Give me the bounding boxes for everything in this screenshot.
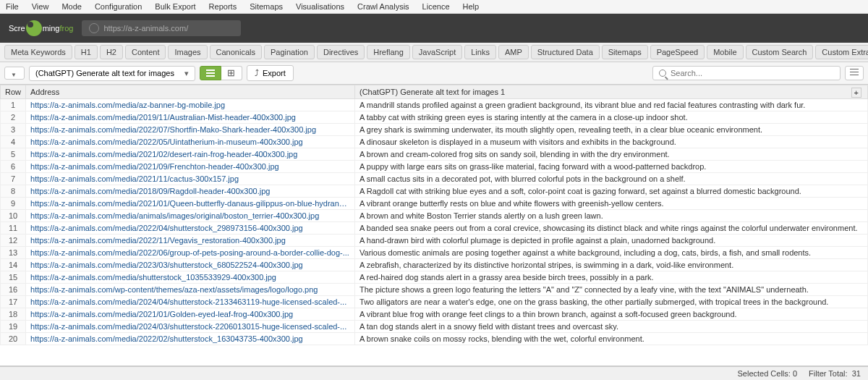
cell-alt[interactable]: A vibrant blue frog with orange feet cli… — [355, 308, 868, 321]
tab-pagespeed[interactable]: PageSpeed — [650, 45, 705, 59]
table-row[interactable]: 1https://a-z-animals.com/media/az-banner… — [1, 99, 868, 111]
menu-bulk-export[interactable]: Bulk Export — [155, 2, 195, 11]
menu-configuration[interactable]: Configuration — [95, 2, 142, 11]
filter-combo[interactable]: (ChatGPT) Generate alt text for images — [29, 66, 195, 81]
cell-alt[interactable]: A tan dog stands alert in a snowy field … — [355, 321, 868, 333]
menu-help[interactable]: Help — [463, 2, 480, 11]
table-row[interactable]: 3https://a-z-animals.com/media/2022/07/S… — [1, 124, 868, 136]
cell-alt[interactable]: A red-haired dog stands alert in a grass… — [355, 271, 868, 284]
menu-sitemaps[interactable]: Sitemaps — [250, 2, 283, 11]
tab-meta-keywords[interactable]: Meta Keywords — [4, 45, 72, 59]
tab-pagination[interactable]: Pagination — [264, 45, 315, 59]
cell-alt[interactable]: A brown and white Boston Terrier stands … — [355, 210, 868, 222]
table-row[interactable]: 20https://a-z-animals.com/media/2022/02/… — [1, 333, 868, 345]
menu-licence[interactable]: Licence — [422, 2, 450, 11]
cell-alt[interactable]: A hand-drawn bird with colorful plumage … — [355, 235, 868, 247]
tab-custom-extraction[interactable]: Custom Extraction — [815, 45, 868, 59]
cell-alt[interactable]: A Ragdoll cat with striking blue eyes an… — [355, 185, 868, 198]
table-row[interactable]: 10https://a-z-animals.com/media/animals/… — [1, 210, 868, 222]
cell-address[interactable]: https://a-z-animals.com/media/2021/01/Go… — [26, 308, 355, 321]
menu-mode[interactable]: Mode — [61, 2, 82, 11]
menu-view[interactable]: View — [32, 2, 49, 11]
table-row[interactable]: 13https://a-z-animals.com/media/2022/06/… — [1, 247, 868, 259]
tab-structured-data[interactable]: Structured Data — [531, 45, 600, 59]
cell-address[interactable]: https://a-z-animals.com/media/2022/05/Ui… — [26, 136, 355, 148]
export-button[interactable]: Export — [247, 65, 294, 81]
table-row[interactable]: 11https://a-z-animals.com/media/2022/04/… — [1, 222, 868, 235]
table-row[interactable]: 15https://a-z-animals.com/media/shutters… — [1, 271, 868, 284]
cell-alt[interactable]: A vibrant orange butterfly rests on blue… — [355, 198, 868, 210]
table-container[interactable]: Row Address (ChatGPT) Generate alt text … — [0, 85, 868, 366]
menu-visualisations[interactable]: Visualisations — [296, 2, 344, 11]
table-row[interactable]: 9https://a-z-animals.com/media/2021/01/Q… — [1, 198, 868, 210]
list-view-button[interactable] — [200, 66, 221, 80]
cell-address[interactable]: https://a-z-animals.com/media/2021/09/Fr… — [26, 161, 355, 173]
tab-custom-search[interactable]: Custom Search — [746, 45, 814, 59]
tab-mobile[interactable]: Mobile — [707, 45, 743, 59]
cell-address[interactable]: https://a-z-animals.com/media/shuttersto… — [26, 271, 355, 284]
col-address[interactable]: Address — [26, 85, 355, 99]
cell-address[interactable]: https://a-z-animals.com/media/2019/11/Au… — [26, 111, 355, 124]
col-row[interactable]: Row — [1, 85, 26, 99]
cell-alt[interactable]: Two alligators are near a water's edge, … — [355, 296, 868, 308]
table-row[interactable]: 16https://a-z-animals.com/wp-content/the… — [1, 284, 868, 296]
cell-alt[interactable]: A tabby cat with striking green eyes is … — [355, 111, 868, 124]
cell-alt[interactable]: A banded sea snake peers out from a cora… — [355, 222, 868, 235]
cell-address[interactable]: https://a-z-animals.com/media/2022/06/gr… — [26, 247, 355, 259]
cell-alt[interactable]: A grey shark is swimming underwater, its… — [355, 124, 868, 136]
table-row[interactable]: 14https://a-z-animals.com/media/2023/03/… — [1, 259, 868, 271]
table-row[interactable]: 6https://a-z-animals.com/media/2021/09/F… — [1, 161, 868, 173]
table-row[interactable]: 17https://a-z-animals.com/media/2024/04/… — [1, 296, 868, 308]
add-column-button[interactable]: + — [851, 88, 861, 98]
tab-javascript[interactable]: JavaScript — [412, 45, 462, 59]
tab-h1[interactable]: H1 — [75, 45, 98, 59]
filter-button[interactable] — [4, 67, 25, 80]
table-row[interactable]: 4https://a-z-animals.com/media/2022/05/U… — [1, 136, 868, 148]
search-box[interactable] — [652, 66, 841, 80]
tab-directives[interactable]: Directives — [317, 45, 365, 59]
cell-address[interactable]: https://a-z-animals.com/media/2021/02/de… — [26, 148, 355, 161]
table-row[interactable]: 19https://a-z-animals.com/media/2024/03/… — [1, 321, 868, 333]
tab-images[interactable]: Images — [168, 45, 207, 59]
cell-alt[interactable]: The picture shows a green logo featuring… — [355, 284, 868, 296]
cell-address[interactable]: https://a-z-animals.com/media/2022/02/sh… — [26, 333, 355, 345]
table-row[interactable]: 5https://a-z-animals.com/media/2021/02/d… — [1, 148, 868, 161]
table-row[interactable]: 12https://a-z-animals.com/media/2022/11/… — [1, 235, 868, 247]
menu-file[interactable]: File — [6, 2, 19, 11]
tab-amp[interactable]: AMP — [498, 45, 529, 59]
cell-alt[interactable]: A brown snake coils on mossy rocks, blen… — [355, 333, 868, 345]
table-row[interactable]: 2https://a-z-animals.com/media/2019/11/A… — [1, 111, 868, 124]
menu-reports[interactable]: Reports — [209, 2, 237, 11]
search-settings-button[interactable] — [845, 66, 864, 80]
cell-address[interactable]: https://a-z-animals.com/wp-content/theme… — [26, 284, 355, 296]
tab-canonicals[interactable]: Canonicals — [210, 45, 262, 59]
tab-links[interactable]: Links — [464, 45, 496, 59]
cell-alt[interactable]: A small cactus sits in a decorated pot, … — [355, 173, 868, 185]
cell-address[interactable]: https://a-z-animals.com/media/2024/03/sh… — [26, 321, 355, 333]
cell-address[interactable]: https://a-z-animals.com/media/2021/11/ca… — [26, 173, 355, 185]
cell-alt[interactable]: A brown and cream-colored frog sits on s… — [355, 148, 868, 161]
url-bar[interactable]: https://a-z-animals.com/ — [82, 20, 241, 36]
search-input[interactable] — [671, 69, 834, 77]
tab-hreflang[interactable]: Hreflang — [367, 45, 410, 59]
cell-alt[interactable]: A puppy with large ears sits on grass-li… — [355, 161, 868, 173]
menu-crawl-analysis[interactable]: Crawl Analysis — [357, 2, 409, 11]
tab-h2[interactable]: H2 — [100, 45, 123, 59]
table-row[interactable]: 7https://a-z-animals.com/media/2021/11/c… — [1, 173, 868, 185]
table-row[interactable]: 8https://a-z-animals.com/media/2018/09/R… — [1, 185, 868, 198]
cell-alt[interactable]: Various domestic animals are posing toge… — [355, 247, 868, 259]
cell-address[interactable]: https://a-z-animals.com/media/2021/01/Qu… — [26, 198, 355, 210]
cell-address[interactable]: https://a-z-animals.com/media/2018/09/Ra… — [26, 185, 355, 198]
cell-address[interactable]: https://a-z-animals.com/media/animals/im… — [26, 210, 355, 222]
cell-alt[interactable]: A mandrill stands profiled against a gre… — [355, 99, 868, 111]
table-row[interactable]: 18https://a-z-animals.com/media/2021/01/… — [1, 308, 868, 321]
tab-sitemaps[interactable]: Sitemaps — [602, 45, 648, 59]
cell-address[interactable]: https://a-z-animals.com/media/2022/04/sh… — [26, 222, 355, 235]
cell-address[interactable]: https://a-z-animals.com/media/2022/11/Ve… — [26, 235, 355, 247]
cell-alt[interactable]: A zebrafish, characterized by its distin… — [355, 259, 868, 271]
cell-address[interactable]: https://a-z-animals.com/media/2023/03/sh… — [26, 259, 355, 271]
col-alt[interactable]: (ChatGPT) Generate alt text for images 1… — [355, 85, 868, 99]
cell-address[interactable]: https://a-z-animals.com/media/2024/04/sh… — [26, 296, 355, 308]
cell-alt[interactable]: A dinosaur skeleton is displayed in a mu… — [355, 136, 868, 148]
cell-address[interactable]: https://a-z-animals.com/media/2022/07/Sh… — [26, 124, 355, 136]
